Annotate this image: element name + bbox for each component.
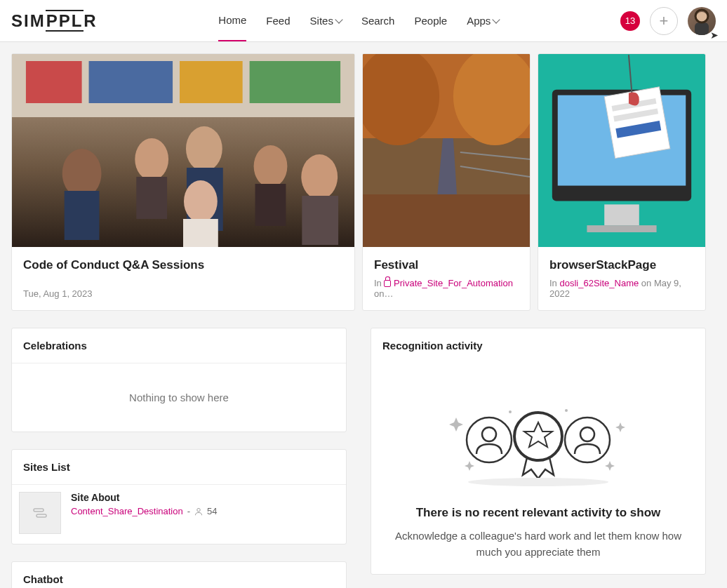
sites-list-title: Sites List bbox=[12, 450, 346, 484]
svg-point-16 bbox=[254, 145, 288, 187]
card-date: Tue, Aug 1, 2023 bbox=[23, 288, 93, 299]
card-meta: In Private_Site_For_Automation on… bbox=[374, 278, 519, 299]
card-title[interactable]: Festival bbox=[374, 258, 519, 272]
notification-count: 13 bbox=[625, 15, 635, 26]
celebrations-panel: Celebrations Nothing to show here bbox=[11, 328, 347, 432]
card-body: Festival In Private_Site_For_Automation … bbox=[363, 247, 530, 310]
card-body: Code of Conduct Q&A Sessions Tue, Aug 1,… bbox=[12, 247, 354, 310]
nav-people-label: People bbox=[414, 15, 447, 27]
recognition-body: There is no recent relevant activity to … bbox=[371, 363, 705, 574]
site-list-item[interactable]: Site About Content_Share_Destination - 5… bbox=[12, 484, 346, 544]
meta-prefix: In bbox=[549, 278, 559, 288]
nav-search-label: Search bbox=[361, 15, 395, 27]
card-body: browserStackPage In dosli_62Site_Name on… bbox=[538, 247, 705, 310]
top-header: SIMPPLR Home Feed Sites Search People Ap… bbox=[0, 0, 727, 42]
site-sub: Content_Share_Destination - 54 bbox=[71, 506, 339, 516]
sites-list-panel: Sites List Site About Content_Share_Dest… bbox=[11, 449, 347, 544]
svg-point-49 bbox=[468, 478, 608, 486]
chatbot-title: Chatbot bbox=[12, 562, 346, 588]
site-thumb-icon bbox=[19, 492, 61, 534]
svg-rect-9 bbox=[65, 191, 100, 240]
header-right: 13 + bbox=[620, 7, 716, 35]
notification-badge[interactable]: 13 bbox=[620, 11, 640, 31]
person-icon bbox=[194, 507, 203, 516]
nav-apps-label: Apps bbox=[467, 15, 491, 27]
svg-rect-31 bbox=[604, 204, 639, 225]
svg-rect-6 bbox=[180, 61, 243, 103]
celebrations-empty: Nothing to show here bbox=[12, 363, 346, 432]
svg-rect-15 bbox=[183, 219, 218, 247]
svg-rect-11 bbox=[136, 177, 167, 219]
meta-prefix: In bbox=[374, 278, 384, 288]
site-sub-link[interactable]: Content_Share_Destination bbox=[71, 506, 183, 516]
svg-rect-25 bbox=[363, 194, 530, 247]
nav-sites-label: Sites bbox=[310, 15, 333, 27]
svg-rect-1 bbox=[695, 22, 709, 35]
meta-suffix: on… bbox=[374, 288, 393, 299]
svg-rect-5 bbox=[89, 61, 173, 103]
svg-rect-17 bbox=[255, 184, 286, 226]
featured-card[interactable]: Festival In Private_Site_For_Automation … bbox=[362, 53, 531, 311]
svg-point-12 bbox=[186, 126, 222, 171]
card-site-link[interactable]: Private_Site_For_Automation bbox=[394, 278, 513, 288]
svg-rect-39 bbox=[36, 514, 46, 517]
recognition-headline: There is no recent relevant activity to … bbox=[385, 506, 691, 520]
main-nav: Home Feed Sites Search People Apps bbox=[218, 0, 499, 41]
nav-feed[interactable]: Feed bbox=[266, 1, 290, 41]
recognition-title: Recognition activity bbox=[371, 328, 705, 363]
svg-point-40 bbox=[197, 508, 201, 512]
nav-people[interactable]: People bbox=[414, 1, 447, 41]
logo[interactable]: SIMPPLR bbox=[11, 11, 98, 31]
right-column: Recognition activity bbox=[371, 328, 706, 575]
dash: - bbox=[187, 506, 190, 516]
svg-point-10 bbox=[135, 138, 168, 180]
recognition-desc: Acknowledge a colleague's hard work and … bbox=[385, 528, 691, 560]
chevron-down-icon bbox=[335, 15, 342, 23]
featured-cards-row: Code of Conduct Q&A Sessions Tue, Aug 1,… bbox=[0, 42, 727, 311]
card-meta: In dosli_62Site_Name on May 9, 2022 bbox=[549, 278, 694, 299]
card-meta: Tue, Aug 1, 2023 bbox=[23, 288, 343, 299]
svg-point-47 bbox=[509, 410, 512, 413]
card-image bbox=[538, 54, 705, 247]
nav-sites[interactable]: Sites bbox=[310, 1, 342, 41]
svg-point-41 bbox=[467, 417, 512, 462]
nav-home[interactable]: Home bbox=[218, 0, 246, 41]
chatbot-panel: Chatbot bbox=[11, 561, 347, 588]
chevron-down-icon bbox=[493, 15, 500, 23]
lock-icon bbox=[384, 280, 391, 287]
nav-search[interactable]: Search bbox=[361, 1, 395, 41]
svg-point-18 bbox=[301, 154, 338, 199]
left-column: Celebrations Nothing to show here Sites … bbox=[11, 328, 347, 588]
svg-point-48 bbox=[565, 409, 568, 412]
svg-point-8 bbox=[62, 149, 102, 198]
recognition-illustration-icon bbox=[433, 398, 643, 489]
card-site-link[interactable]: dosli_62Site_Name bbox=[559, 278, 639, 288]
dashboard-columns: Celebrations Nothing to show here Sites … bbox=[0, 311, 727, 588]
svg-rect-7 bbox=[250, 61, 340, 103]
svg-point-45 bbox=[514, 413, 562, 460]
card-image bbox=[363, 54, 530, 247]
svg-rect-19 bbox=[302, 196, 338, 245]
site-name[interactable]: Site About bbox=[71, 492, 339, 503]
featured-card[interactable]: Code of Conduct Q&A Sessions Tue, Aug 1,… bbox=[11, 53, 355, 311]
user-avatar[interactable] bbox=[688, 7, 716, 35]
featured-card[interactable]: browserStackPage In dosli_62Site_Name on… bbox=[538, 53, 706, 311]
site-member-count: 54 bbox=[207, 506, 217, 516]
nav-home-label: Home bbox=[218, 14, 246, 26]
card-title[interactable]: browserStackPage bbox=[549, 258, 694, 272]
plus-icon: + bbox=[660, 12, 669, 30]
svg-rect-4 bbox=[26, 61, 82, 103]
celebrations-title: Celebrations bbox=[12, 328, 346, 363]
card-image bbox=[12, 54, 354, 247]
svg-point-43 bbox=[565, 417, 610, 462]
site-info: Site About Content_Share_Destination - 5… bbox=[71, 492, 339, 516]
svg-rect-38 bbox=[34, 509, 44, 512]
add-button[interactable]: + bbox=[650, 7, 678, 35]
nav-feed-label: Feed bbox=[266, 15, 290, 27]
svg-rect-32 bbox=[587, 225, 656, 232]
card-title[interactable]: Code of Conduct Q&A Sessions bbox=[23, 258, 343, 272]
nav-apps[interactable]: Apps bbox=[467, 1, 499, 41]
recognition-panel: Recognition activity bbox=[371, 328, 706, 575]
svg-point-14 bbox=[184, 180, 218, 222]
